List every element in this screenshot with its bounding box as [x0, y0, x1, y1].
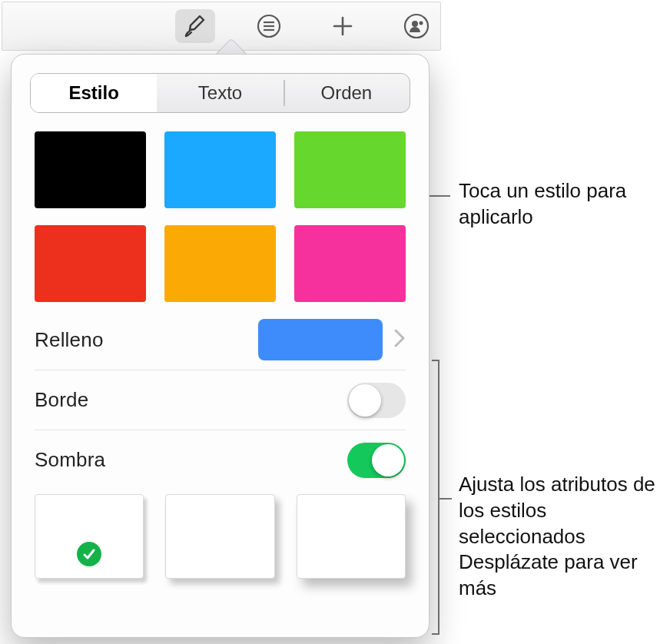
style-swatch-blue[interactable]: [164, 131, 276, 208]
shadow-style-3[interactable]: [297, 494, 406, 579]
shadow-style-1[interactable]: [35, 494, 144, 579]
border-row: Borde: [35, 370, 406, 430]
chevron-right-icon: [393, 328, 406, 351]
shadow-toggle[interactable]: [347, 443, 406, 478]
shadow-row: Sombra: [35, 430, 406, 490]
shadow-label: Sombra: [35, 448, 105, 472]
svg-point-8: [420, 22, 423, 25]
format-popover: Estilo Texto Orden Relleno Borde: [11, 54, 429, 638]
fill-label: Relleno: [35, 328, 104, 352]
toolbar: [2, 2, 441, 51]
tab-text[interactable]: Texto: [157, 74, 283, 112]
fill-row[interactable]: Relleno: [35, 310, 406, 370]
callout-line-2: [438, 498, 452, 500]
collaborate-button[interactable]: [396, 9, 436, 43]
style-swatch-red[interactable]: [35, 225, 146, 302]
style-swatch-green[interactable]: [294, 131, 406, 208]
callout-bracket: [438, 360, 439, 635]
tab-style[interactable]: Estilo: [31, 74, 157, 112]
format-tabs: Estilo Texto Orden: [30, 73, 410, 113]
list-button[interactable]: [249, 9, 289, 43]
style-swatch-orange[interactable]: [164, 225, 276, 302]
style-swatch-pink[interactable]: [294, 225, 406, 302]
callout-attrs: Ajusta los atributos de los estilos sele…: [459, 472, 658, 602]
add-button[interactable]: [323, 9, 363, 43]
fill-color-swatch[interactable]: [258, 319, 383, 360]
format-brush-button[interactable]: [175, 9, 215, 43]
style-swatch-grid: [12, 113, 429, 310]
shadow-style-2[interactable]: [165, 494, 274, 579]
style-swatch-black[interactable]: [35, 131, 146, 208]
shadow-style-grid: [12, 490, 429, 579]
tab-order[interactable]: Orden: [284, 74, 410, 112]
border-label: Borde: [35, 388, 88, 412]
border-toggle[interactable]: [347, 383, 406, 418]
svg-point-7: [412, 21, 418, 27]
check-icon: [75, 539, 104, 569]
callout-styles: Toca un estilo para aplicarlo: [459, 178, 643, 231]
